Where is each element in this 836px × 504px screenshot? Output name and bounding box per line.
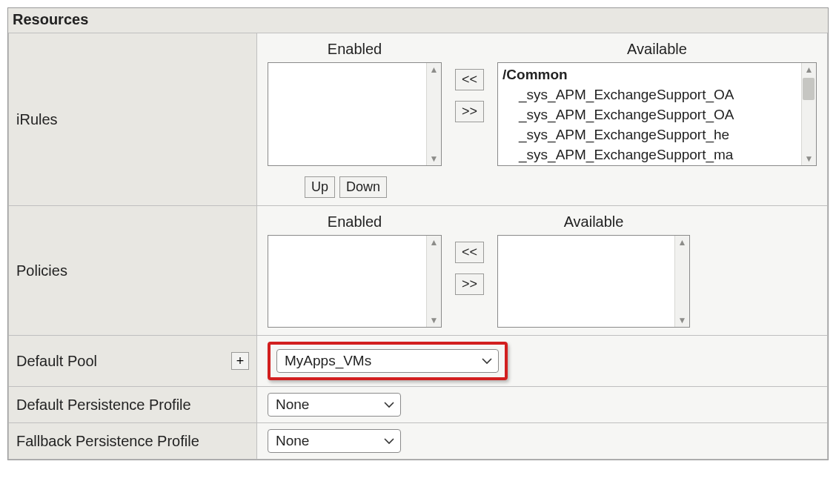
scrollbar-thumb[interactable]: [803, 78, 815, 100]
scroll-up-icon[interactable]: ▲: [678, 236, 687, 249]
label-default-persistence-text: Default Persistence Profile: [16, 397, 191, 413]
label-policies-text: Policies: [16, 262, 67, 279]
list-item[interactable]: _sys_APM_ExchangeSupport_ma: [502, 145, 800, 165]
content-fallback-persistence: None: [257, 423, 828, 460]
list-item[interactable]: _sys_APM_ExchangeSupport_he: [502, 125, 800, 145]
chevron-down-icon: [384, 437, 394, 445]
fallback-persistence-select[interactable]: None: [268, 429, 401, 453]
row-irules: iRules Enabled ▲ ▼: [9, 33, 828, 206]
irules-enabled-listbox[interactable]: ▲ ▼: [268, 62, 442, 166]
irules-down-button[interactable]: Down: [339, 176, 387, 198]
scroll-down-icon[interactable]: ▼: [805, 152, 814, 165]
irules-move-right-button[interactable]: >>: [455, 101, 484, 122]
scroll-up-icon[interactable]: ▲: [430, 236, 439, 249]
content-policies: Enabled ▲ ▼ << >>: [257, 206, 828, 336]
list-group[interactable]: /Common: [502, 64, 800, 84]
scrollbar[interactable]: ▲ ▼: [426, 236, 441, 327]
policies-move-left-button[interactable]: <<: [455, 242, 484, 263]
default-persistence-select[interactable]: None: [268, 393, 401, 417]
label-default-pool-text: Default Pool: [16, 353, 97, 370]
content-irules: Enabled ▲ ▼ << >>: [257, 33, 828, 206]
policies-enabled-col: Enabled ▲ ▼: [268, 213, 442, 328]
irules-available-items: /Common _sys_APM_ExchangeSupport_OA _sys…: [498, 63, 816, 166]
irules-enabled-header: Enabled: [328, 41, 382, 58]
irules-move-left-button[interactable]: <<: [455, 69, 484, 90]
default-persistence-value: None: [276, 397, 309, 413]
scroll-up-icon[interactable]: ▲: [805, 63, 814, 76]
scroll-down-icon[interactable]: ▼: [678, 314, 687, 327]
irules-available-col: Available /Common _sys_APM_ExchangeSuppo…: [497, 41, 817, 166]
scrollbar[interactable]: ▲ ▼: [674, 236, 689, 327]
irules-available-listbox[interactable]: /Common _sys_APM_ExchangeSupport_OA _sys…: [497, 62, 817, 166]
scroll-up-icon[interactable]: ▲: [430, 63, 439, 76]
default-pool-value: MyApps_VMs: [285, 353, 371, 369]
label-fallback-persistence: Fallback Persistence Profile: [9, 423, 257, 460]
scroll-down-icon[interactable]: ▼: [430, 152, 439, 165]
fallback-persistence-value: None: [276, 433, 309, 449]
policies-enabled-listbox[interactable]: ▲ ▼: [268, 235, 442, 328]
row-fallback-persistence: Fallback Persistence Profile None: [9, 423, 828, 460]
scroll-down-icon[interactable]: ▼: [430, 314, 439, 327]
content-default-persistence: None: [257, 387, 828, 423]
label-default-persistence: Default Persistence Profile: [9, 387, 257, 423]
irules-up-button[interactable]: Up: [305, 176, 335, 198]
highlight-default-pool: MyApps_VMs: [268, 342, 508, 380]
add-pool-button[interactable]: +: [231, 352, 249, 370]
irules-available-header: Available: [497, 41, 817, 58]
chevron-down-icon: [482, 357, 492, 365]
label-default-pool: Default Pool +: [9, 336, 257, 387]
policies-available-listbox[interactable]: ▲ ▼: [497, 235, 690, 328]
irules-shuttle: << >>: [455, 69, 484, 122]
row-default-persistence: Default Persistence Profile None: [9, 387, 828, 423]
label-policies: Policies: [9, 206, 257, 336]
policies-available-col: Available ▲ ▼: [497, 213, 690, 328]
policies-shuttle: << >>: [455, 242, 484, 295]
policies-enabled-header: Enabled: [328, 213, 382, 231]
label-irules-text: iRules: [16, 111, 58, 127]
irules-updown: Up Down: [305, 176, 817, 198]
row-default-pool: Default Pool + MyApps_VMs: [9, 336, 828, 387]
scrollbar[interactable]: ▲ ▼: [426, 63, 441, 165]
policies-move-right-button[interactable]: >>: [455, 273, 484, 295]
irules-enabled-col: Enabled ▲ ▼: [268, 41, 442, 166]
label-fallback-persistence-text: Fallback Persistence Profile: [16, 433, 199, 449]
list-item[interactable]: _sys_APM_ExchangeSupport_OA: [502, 84, 800, 105]
policies-available-header: Available: [564, 213, 624, 231]
resources-table: iRules Enabled ▲ ▼: [8, 33, 828, 460]
resources-panel: Resources iRules Enabled ▲ ▼: [7, 7, 829, 460]
list-item[interactable]: _sys_APM_ExchangeSupport_OA: [502, 105, 800, 125]
panel-title: Resources: [8, 8, 828, 33]
label-irules: iRules: [9, 33, 257, 206]
chevron-down-icon: [384, 401, 394, 408]
content-default-pool: MyApps_VMs: [257, 336, 828, 387]
default-pool-select[interactable]: MyApps_VMs: [276, 349, 499, 373]
row-policies: Policies Enabled ▲ ▼: [9, 206, 828, 336]
